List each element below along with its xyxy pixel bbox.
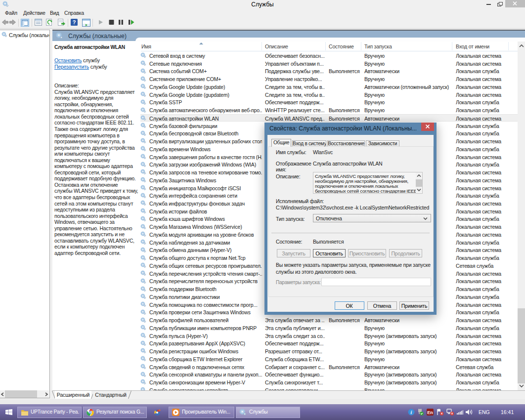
svg-text:En: En [427,410,433,415]
svg-text:?: ? [73,19,76,25]
svg-text:i: i [411,410,412,415]
